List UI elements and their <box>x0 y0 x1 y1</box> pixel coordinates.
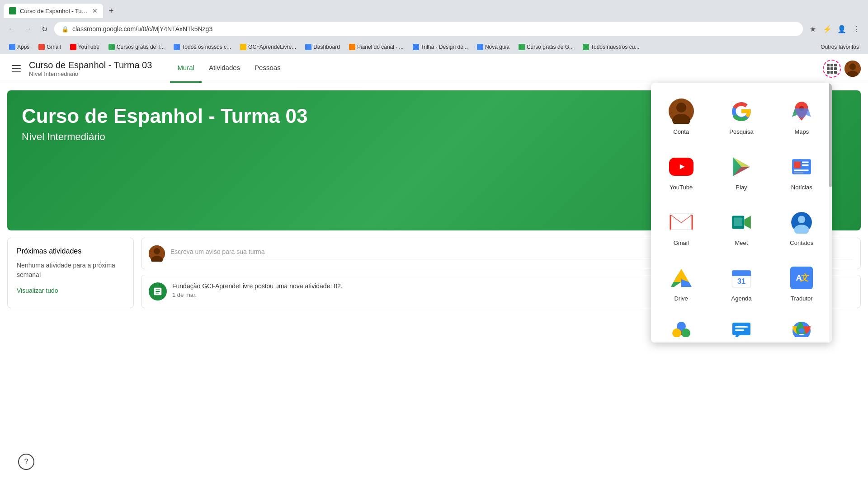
bookmark-painel-label: Painel do canal - ... <box>357 44 404 50</box>
chrome-extensions-icon[interactable]: ⚡ <box>821 23 834 35</box>
maps-icon-wrap <box>788 98 815 125</box>
play-icon <box>730 155 753 178</box>
app-play[interactable]: Play <box>717 148 766 196</box>
gmail-favicon <box>38 44 45 50</box>
grid-dot <box>834 67 837 70</box>
nav-mural[interactable]: Mural <box>170 54 202 83</box>
app-agenda[interactable]: 31 Agenda <box>717 259 766 307</box>
app-meet[interactable]: Meet <box>717 203 766 252</box>
grid-dot <box>827 67 830 70</box>
bookmarks-star-icon[interactable]: ★ <box>807 23 819 35</box>
bookmark-todos-label: Todos os nossos c... <box>182 44 231 50</box>
forward-button[interactable]: → <box>22 23 34 35</box>
user-avatar[interactable] <box>844 61 861 77</box>
bookmark-nova-guia[interactable]: Nova guia <box>473 43 513 51</box>
activity-date: 1 de mar. <box>172 291 343 298</box>
bookmark-trilha[interactable]: Trilha - Design de... <box>409 43 472 51</box>
bookmark-nova-label: Nova guia <box>485 44 509 50</box>
app-gmail[interactable]: Gmail <box>656 203 706 252</box>
bookmark-youtube[interactable]: YouTube <box>66 43 103 51</box>
contatos-icon-wrap <box>788 209 815 236</box>
tab-close-btn[interactable]: ✕ <box>92 7 98 14</box>
app-tradutor[interactable]: A 文 Tradutor <box>777 259 826 307</box>
app-drive[interactable]: Drive <box>656 259 706 307</box>
app-noticias[interactable]: Notícias <box>777 148 826 196</box>
back-button[interactable]: ← <box>5 23 18 35</box>
header-course-name: Curso de Espanhol - Turma 03 <box>29 60 152 70</box>
address-bar: ← → ↻ 🔒 classroom.google.com/u/0/c/MjY4N… <box>0 18 868 40</box>
svg-rect-47 <box>732 274 751 276</box>
grid-dot <box>834 71 837 74</box>
activities-card: Próximas atividades Nenhuma atividade pa… <box>7 238 134 308</box>
bookmark-gcf-label: GCFAprendeLivre... <box>248 44 296 50</box>
svg-marker-19 <box>679 164 684 169</box>
help-button[interactable]: ? <box>18 454 34 470</box>
app-conta[interactable]: Conta <box>656 92 706 141</box>
bookmarks-more[interactable]: Outros favoritos <box>817 43 863 51</box>
address-input[interactable]: 🔒 classroom.google.com/u/0/c/MjY4NTAxNTk… <box>54 22 803 36</box>
app-chat[interactable] <box>717 314 766 337</box>
google-apps-button[interactable] <box>823 60 841 78</box>
address-actions: ★ ⚡ 👤 ⋮ <box>807 23 863 35</box>
drive-icon <box>669 267 693 289</box>
app-chrome[interactable] <box>777 314 826 337</box>
bookmark-curso-g-label: Curso gratis de G... <box>527 44 574 50</box>
svg-rect-26 <box>802 162 809 163</box>
header-nav: Mural Atividades Pessoas <box>170 54 288 83</box>
grid-dot <box>827 64 830 66</box>
bookmark-cursos[interactable]: Cursos gratis de T... <box>105 43 169 51</box>
pesquisa-icon <box>730 100 753 122</box>
agenda-label: Agenda <box>731 295 752 302</box>
app-photos[interactable] <box>656 314 706 337</box>
app-pesquisa[interactable]: Pesquisa <box>717 92 766 141</box>
apps-row-3: Gmail Meet <box>651 200 832 255</box>
hamburger-menu[interactable] <box>7 60 25 78</box>
meet-icon <box>730 211 753 234</box>
nav-atividades[interactable]: Atividades <box>202 54 247 83</box>
bookmark-gcf[interactable]: GCFAprendeLivre... <box>236 43 300 51</box>
visualizar-tudo-link[interactable]: Visualizar tudo <box>17 287 124 294</box>
bookmark-gmail[interactable]: Gmail <box>35 43 64 51</box>
classroom-header: Curso de Espanhol - Turma 03 Nível Inter… <box>0 54 868 83</box>
activities-title: Próximas atividades <box>17 247 124 255</box>
svg-point-1 <box>849 63 856 70</box>
bookmark-apps[interactable]: Apps <box>5 43 33 51</box>
post-avatar <box>149 245 165 262</box>
reload-button[interactable]: ↻ <box>38 23 51 35</box>
user-profile-icon[interactable]: 👤 <box>835 23 848 35</box>
new-tab-button[interactable]: + <box>105 5 118 17</box>
apps-row-2: YouTube <box>651 144 832 200</box>
google-apps-dropdown: Conta Pesquisa <box>651 83 832 343</box>
menu-dots-icon[interactable]: ⋮ <box>850 23 863 35</box>
bookmark-painel[interactable]: Painel do canal - ... <box>345 43 407 51</box>
gmail-icon-wrap <box>668 209 695 236</box>
play-label: Play <box>736 184 747 191</box>
trilha-favicon <box>413 44 419 50</box>
conta-icon-wrap <box>668 98 695 125</box>
dropdown-scrollbar-thumb[interactable] <box>829 83 832 187</box>
chrome-icon <box>791 320 812 337</box>
svg-point-37 <box>798 216 806 223</box>
app-contatos[interactable]: Contatos <box>777 203 826 252</box>
bookmark-nuestros[interactable]: Todos nuestros cu... <box>579 43 643 51</box>
activity-text: Fundação GCFAprendeLivre postou uma nova… <box>172 282 343 290</box>
active-tab[interactable]: Curso de Espanhol - Turma 03 ✕ <box>4 4 103 18</box>
agenda-icon-wrap: 31 <box>728 264 755 291</box>
app-youtube[interactable]: YouTube <box>656 148 706 196</box>
svg-point-16 <box>676 103 686 113</box>
bookmark-curso-g[interactable]: Curso gratis de G... <box>515 43 577 51</box>
app-maps[interactable]: Maps <box>777 92 826 141</box>
gcf-favicon <box>240 44 246 50</box>
menu-line-2 <box>12 68 21 69</box>
dropdown-scrollbar-track <box>829 83 832 343</box>
agenda-icon: 31 <box>730 267 753 289</box>
chat-icon <box>731 320 752 337</box>
svg-marker-34 <box>744 216 751 229</box>
contatos-icon <box>790 211 813 234</box>
youtube-icon <box>669 158 693 176</box>
nav-pessoas[interactable]: Pessoas <box>247 54 288 83</box>
svg-rect-29 <box>794 173 804 174</box>
bookmark-todos[interactable]: Todos os nossos c... <box>170 43 235 51</box>
bookmark-dashboard[interactable]: Dashboard <box>302 43 344 51</box>
menu-line-1 <box>12 65 21 66</box>
